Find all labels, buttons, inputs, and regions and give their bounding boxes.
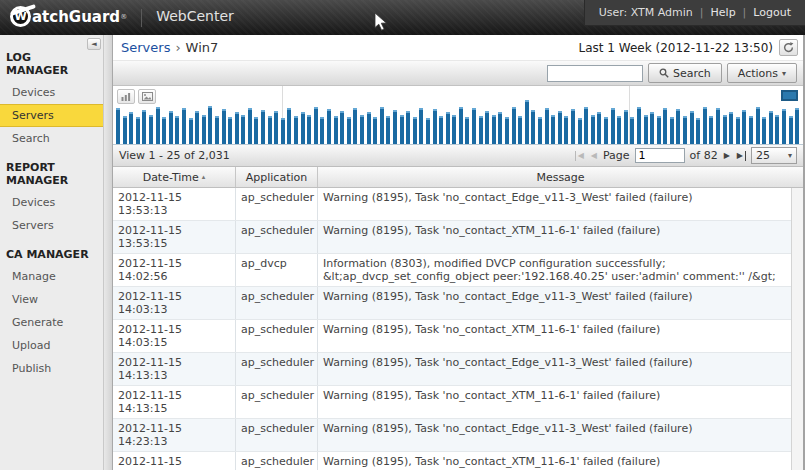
chart-bar	[703, 107, 707, 144]
sidebar-item-ca-generate[interactable]: Generate	[0, 311, 103, 334]
search-input[interactable]	[547, 65, 643, 82]
sidebar-item-ca-upload[interactable]: Upload	[0, 334, 103, 357]
chart-bar	[235, 112, 239, 144]
table-row[interactable]: 2012-11-15 13:53:13ap_schedulerWarning (…	[113, 188, 791, 221]
chart-bar	[413, 117, 417, 144]
chart-bar	[281, 118, 285, 144]
page-number-input[interactable]	[635, 148, 685, 163]
column-header-application[interactable]: Application	[236, 167, 318, 187]
sidebar-item-log-servers[interactable]: Servers	[0, 104, 103, 127]
chart-bar	[353, 108, 357, 144]
column-header-message[interactable]: Message	[318, 167, 803, 187]
table-row[interactable]: 2012-11-15 14:03:13ap_schedulerWarning (…	[113, 287, 791, 320]
sidebar-item-ca-publish[interactable]: Publish	[0, 357, 103, 380]
sidebar-item-log-devices[interactable]: Devices	[0, 81, 103, 104]
chart-bar	[202, 115, 206, 144]
sidebar-item-log-search[interactable]: Search	[0, 127, 103, 150]
chart-bar	[222, 109, 226, 144]
refresh-button[interactable]	[779, 39, 798, 56]
chart-bar	[584, 107, 588, 144]
chart-bar	[452, 115, 456, 144]
sidebar-collapse-button[interactable]: ◄	[87, 38, 101, 50]
help-link[interactable]: Help	[711, 6, 736, 19]
table-row[interactable]: 2012-11-15 14:23:15ap_schedulerWarning (…	[113, 452, 791, 470]
chart-bar	[327, 109, 331, 144]
pager-controls: ◀ ◀ Page of 82 ▶ ▶ 25 ▾	[575, 147, 797, 164]
image-icon	[142, 92, 153, 101]
chart-bar	[551, 115, 555, 144]
column-header-label: Application	[246, 171, 307, 184]
table-row[interactable]: 2012-11-15 14:13:15ap_schedulerWarning (…	[113, 386, 791, 419]
user-separator: |	[743, 6, 747, 19]
chart-type-button[interactable]	[117, 89, 135, 104]
view-range-label: View 1 - 25 of 2,031	[119, 149, 230, 162]
watchguard-logo: W atchGuard ®	[0, 0, 127, 27]
brand-text: atchGuard	[32, 8, 120, 26]
table-row[interactable]: 2012-11-15 14:02:56ap_dvcpInformation (8…	[113, 254, 791, 287]
table-row[interactable]: 2012-11-15 14:23:13ap_schedulerWarning (…	[113, 419, 791, 452]
chart-bar	[419, 108, 423, 144]
chart-bar	[756, 107, 760, 144]
column-header-label: Date-Time	[143, 171, 199, 184]
previous-page-icon[interactable]: ◀	[590, 151, 598, 161]
table-row[interactable]: 2012-11-15 13:53:15ap_schedulerWarning (…	[113, 221, 791, 254]
chart-bar	[465, 117, 469, 144]
toolbar-row: Search Actions ▾	[113, 60, 803, 86]
cell-date-time: 2012-11-15 14:23:15	[113, 452, 236, 470]
table-header: Date-Time ▴ Application Message	[113, 167, 803, 188]
sidebar-item-ca-manage[interactable]: Manage	[0, 265, 103, 288]
chart-bar	[439, 116, 443, 144]
sidebar-item-ca-view[interactable]: View	[0, 288, 103, 311]
save-chart-image-button[interactable]	[138, 89, 156, 104]
chart-bar	[538, 117, 542, 144]
cell-application: ap_scheduler	[236, 221, 318, 253]
pagination-bar: View 1 - 25 of 2,031 ◀ ◀ Page of 82 ▶ ▶ …	[113, 145, 803, 167]
breadcrumb-servers-link[interactable]: Servers	[121, 40, 170, 55]
chart-bar	[406, 111, 410, 144]
sidebar-item-report-devices[interactable]: Devices	[0, 191, 103, 214]
chart-bar	[637, 107, 641, 144]
sidebar-splitter[interactable]	[103, 35, 113, 470]
chevron-down-icon: ▾	[782, 69, 786, 78]
vertical-scrollbar[interactable]	[791, 188, 803, 470]
chart-bar	[512, 107, 516, 144]
breadcrumb-separator: ›	[175, 40, 180, 55]
chart-bar	[571, 109, 575, 144]
cell-application: ap_scheduler	[236, 452, 318, 470]
first-page-icon[interactable]: ◀	[575, 151, 585, 161]
chart-bar	[644, 115, 648, 144]
table-row[interactable]: 2012-11-15 14:13:13ap_schedulerWarning (…	[113, 353, 791, 386]
chart-bar	[736, 117, 740, 144]
cell-message: Information (8303), modified DVCP config…	[318, 254, 791, 286]
chart-tools	[117, 89, 156, 104]
cell-application: ap_scheduler	[236, 188, 318, 220]
sidebar-item-report-servers[interactable]: Servers	[0, 214, 103, 237]
chart-bar	[261, 110, 265, 144]
table-row[interactable]: 2012-11-15 14:03:15ap_schedulerWarning (…	[113, 320, 791, 353]
chart-bar	[657, 116, 661, 144]
next-page-icon[interactable]: ▶	[723, 151, 731, 161]
chart-bar	[175, 116, 179, 144]
cell-application: ap_scheduler	[236, 386, 318, 418]
last-page-icon[interactable]: ▶	[736, 151, 746, 161]
user-session-box: User: XTM Admin | Help | Logout	[584, 0, 805, 26]
chart-bar	[683, 116, 687, 144]
chart-bar	[729, 112, 733, 144]
chart-bar	[360, 115, 364, 144]
page-size-select[interactable]: 25 ▾	[751, 147, 797, 164]
chart-bar	[676, 109, 680, 144]
logout-link[interactable]: Logout	[753, 6, 791, 19]
breadcrumb-current: Win7	[186, 40, 219, 55]
cell-message: Warning (8195), Task 'no_contact_XTM_11-…	[318, 386, 791, 418]
chart-bar	[340, 111, 344, 144]
chart-bar	[268, 116, 272, 144]
search-button[interactable]: Search	[648, 63, 722, 83]
page-label: Page	[603, 149, 630, 162]
sidebar-section-title: LOG MANAGER	[0, 46, 103, 81]
cell-application: ap_scheduler	[236, 419, 318, 451]
actions-button[interactable]: Actions ▾	[727, 63, 797, 83]
chart-bar	[274, 111, 278, 144]
column-header-date-time[interactable]: Date-Time ▴	[113, 167, 236, 187]
chart-bar	[578, 118, 582, 144]
sidebar-section-title: CA MANAGER	[0, 243, 103, 265]
